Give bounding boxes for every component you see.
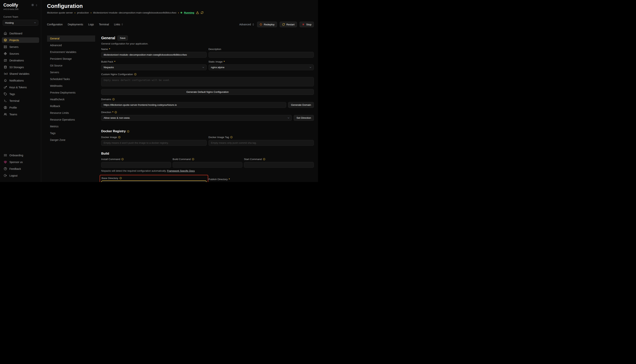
subnav-git-source[interactable]: Git Source [47,62,95,69]
base-directory-label: Base Directory [102,177,206,180]
layers-icon [4,38,7,42]
required-mark: * [112,111,113,114]
docker-image-input[interactable] [101,140,207,146]
sidebar-item-dashboard[interactable]: Dashboard [2,30,39,36]
redeploy-button[interactable]: Redeploy [257,22,277,27]
breadcrumb-environment[interactable]: production [77,11,89,14]
sidebar-item-keys-tokens[interactable]: Keys & Tokens [2,84,39,90]
stop-pause-icon [302,23,305,26]
sidebar-item-sponsor-us[interactable]: Sponsor us [2,159,39,165]
refresh-icon[interactable] [201,11,203,14]
breadcrumb-separator: › [91,11,91,14]
theme-sun-icon[interactable] [31,4,34,7]
direction-select[interactable]: Allow www & non-www. [101,115,292,121]
build-command-input[interactable] [173,162,243,168]
configuration-content: General Advanced Environment Variables P… [47,36,314,182]
info-icon [121,158,124,160]
tab-terminal[interactable]: Terminal [99,23,109,26]
set-direction-button[interactable]: Set Direction [294,115,314,121]
custom-nginx-textarea[interactable] [101,77,314,86]
breadcrumb-application[interactable]: illicitestonion/-module--decomposition:m… [93,11,176,14]
subnav-rollback[interactable]: Rollback [47,103,95,109]
docker-image-tag-input[interactable] [208,140,314,146]
domains-input[interactable] [101,102,286,108]
save-button[interactable]: Save [117,36,128,40]
terminal-icon [4,99,7,102]
app-version: v4.0.0-beta.399 [2,8,39,10]
subnav-webhooks[interactable]: Webhooks [47,83,95,89]
publish-directory-label: Publish Directory* [208,178,314,181]
start-command-input[interactable] [244,162,314,168]
sidebar-item-sources[interactable]: Sources [2,51,39,56]
breadcrumb-project[interactable]: illicitonion quote server [47,11,73,14]
generate-nginx-config-button[interactable]: Generate Default Nginx Configuration [101,89,314,95]
build-command-label: Build Command [173,158,243,160]
app-logo: Coolify [4,3,18,8]
subnav-environment-variables[interactable]: Environment Variables [47,49,95,55]
generate-domain-button[interactable]: Generate Domain [288,102,314,108]
status-running-link[interactable]: Running [184,11,194,14]
sidebar-item-destinations[interactable]: Destinations [2,58,39,63]
docker-image-label: Docker Image [101,136,207,138]
sidebar-item-servers[interactable]: Servers [2,44,39,50]
sidebar-item-shared-variables[interactable]: (x) Shared Variables [2,71,39,76]
subnav-persistent-storage[interactable]: Persistent Storage [47,56,95,62]
tab-logs[interactable]: Logs [88,23,94,26]
subnav-servers[interactable]: Servers [47,69,95,76]
subnav-resource-operations[interactable]: Resource Operations [47,117,95,123]
sidebar-item-terminal[interactable]: Terminal [2,98,39,104]
subnav-tags[interactable]: Tags [47,130,95,136]
page-title: Configuration [47,3,314,9]
base-directory-input[interactable] [101,180,207,182]
subnav-advanced[interactable]: Advanced [47,42,95,48]
restart-button[interactable]: Restart [280,22,297,27]
sidebar-item-profile[interactable]: Profile [2,105,39,110]
current-team-label: Current Team [4,16,38,18]
docker-image-tag-label: Docker Image Tag [208,136,314,138]
subnav-healthcheck[interactable]: Healthcheck [47,96,95,102]
stop-button[interactable]: Stop [300,22,314,27]
database-icon [4,66,7,69]
general-heading: General [101,36,115,40]
sidebar-item-onboarding[interactable]: Onboarding [2,152,39,158]
subnav-scheduled-tasks[interactable]: Scheduled Tasks [47,76,95,82]
static-image-select[interactable]: nginx:alpine [208,64,314,70]
tab-links[interactable]: Links [114,23,123,26]
instance-switcher-icon[interactable] [35,4,38,7]
sidebar-item-notifications[interactable]: Notifications [2,78,39,83]
help-circle-icon [4,167,7,170]
name-input[interactable] [101,52,207,58]
subnav-metrics[interactable]: Metrics [47,124,95,130]
team-select[interactable]: Hosting [3,20,38,26]
sidebar-item-tags[interactable]: Tags [2,91,39,97]
tab-configuration[interactable]: Configuration [47,23,63,26]
static-image-label: Static Image* [208,60,314,63]
sidebar-item-logout[interactable]: Logout [2,173,39,178]
required-mark: * [224,60,225,63]
subnav-general[interactable]: General [47,36,95,42]
build-pack-select[interactable]: Nixpacks [101,64,207,70]
warning-triangle-icon[interactable] [196,11,199,14]
team-select-value: Hosting [5,22,14,24]
info-icon [118,136,121,138]
annotation-highlight-box: Base Directory [100,175,208,182]
sidebar-item-teams[interactable]: Teams [2,112,39,117]
framework-docs-link[interactable]: Framework Specific Docs [167,170,195,172]
server-icon [4,45,7,48]
install-command-input[interactable] [101,162,171,168]
subnav-resource-limits[interactable]: Resource Limits [47,110,95,116]
subnav-preview-deployments[interactable]: Preview Deployments [47,90,95,96]
tab-deployments[interactable]: Deployments [68,23,83,26]
description-input[interactable] [208,52,314,58]
resource-tabs: Configuration Deployments Logs Terminal … [47,23,123,26]
docker-registry-heading: Docker Registry [101,130,314,133]
map-icon [4,59,7,62]
subnav-danger-zone[interactable]: Danger Zone [47,137,95,143]
sidebar-item-projects[interactable]: Projects [2,38,39,43]
sidebar-item-feedback[interactable]: Feedback [2,166,39,172]
breadcrumb-separator: › [178,11,179,14]
sidebar-item-s3-storages[interactable]: S3 Storages [2,64,39,70]
advanced-dropdown[interactable]: Advanced [239,23,254,26]
info-icon [192,158,194,160]
start-command-label: Start Command [244,158,314,160]
